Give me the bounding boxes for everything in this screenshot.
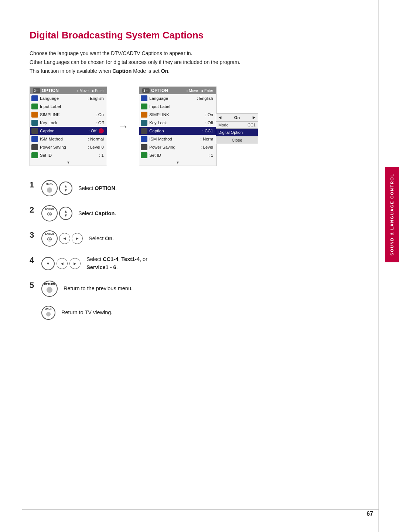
step-1-icons: MENU ▲ ▼ [41, 180, 72, 196]
popup-arrow-right: ► [252, 115, 256, 120]
bottom-line [22, 509, 379, 510]
menu-right-title: OPTION [151, 88, 168, 93]
menu-left-icon-inputlabel [31, 104, 38, 109]
step-4: 4 ▼ ◄ ► Select CC1-4, Text1-4, or Servic… [30, 255, 347, 272]
step-4-icons: ▼ ◄ ► [41, 257, 81, 270]
return-button-icon [47, 287, 52, 293]
down-arrow-button[interactable]: ▼ [41, 257, 55, 270]
menu-left-title: OPTION [42, 88, 59, 93]
step-4-keyword-service: Service1 - 6 [86, 264, 116, 270]
step-1-text: Select OPTION. [78, 184, 117, 193]
enter-button-2[interactable]: ENTER [41, 230, 58, 247]
step-1-keyword: OPTION [95, 185, 115, 191]
step-5-text: Return to the previous menu. [64, 285, 133, 293]
intro-text: Choose the language you want the DTV/CAD… [30, 49, 347, 75]
menu-left-row-keylock: Key Lock : Off [30, 119, 107, 127]
step-4-text: Select CC1-4, Text1-4, or Service1 - 6. [86, 255, 147, 272]
step-1: 1 MENU ▲ ▼ Select OPTION. [30, 180, 347, 196]
right-arrow-button[interactable]: ► [72, 233, 83, 244]
menu-left-icon-powersaving [31, 144, 38, 150]
steps-section: 1 MENU ▲ ▼ Select OPTION. 2 [30, 180, 347, 320]
menu-right-icon-ism [141, 136, 147, 142]
menu-button-2-label: MENU [45, 308, 52, 311]
nav-updown-button-2[interactable]: ▲ ▼ [59, 207, 72, 220]
nav-updown-button[interactable]: ▲ ▼ [59, 182, 72, 195]
popup-arrow-left: ◄ [218, 115, 222, 120]
nav-up-icon-2: ▲ [64, 210, 68, 213]
return-button[interactable]: RETURN [41, 281, 58, 297]
popup-header-row: ◄ On ► [216, 113, 258, 122]
step-3: 3 ENTER ◄ ► Select On. [30, 230, 347, 247]
intro-line-2: Other Languages can be chosen for digita… [30, 58, 347, 67]
menu-right: 3← OPTION ↕ Move ● Enter Language : Engl… [139, 87, 216, 166]
menu-right-icon-setid [141, 152, 147, 158]
sidebar-tab-label: Sound & Language Control [385, 167, 399, 262]
popup-mode-label: Mode [218, 123, 229, 127]
menu-right-header: 3← OPTION ↕ Move ● Enter [139, 87, 216, 94]
enter-button-label: ENTER [45, 207, 54, 210]
popup-digital-option-label: Digital Option [218, 130, 243, 135]
menu-left-icon-simplink [31, 112, 38, 118]
menu-left-row-language: Language : English [30, 94, 107, 102]
menu-button-label: MENU [46, 183, 54, 185]
enter-center-dot-2 [49, 238, 51, 240]
menu-right-icon-powersaving [141, 144, 147, 150]
menu-left-icon-ism [31, 136, 38, 142]
step-2-text: Select Caption. [78, 210, 116, 218]
step-5-number: 5 [30, 281, 35, 289]
menu-right-nav-hint: ↕ Move ● Enter [186, 89, 213, 93]
on-keyword: On [161, 68, 168, 74]
menu-left-header: 3← OPTION ↕ Move ● Enter [30, 87, 107, 94]
menu-right-row-powersaving: Power Saving : Level [139, 143, 216, 151]
menu-right-icon-language [141, 95, 147, 101]
menu-right-row-simplink: SIMPLINK : On [139, 111, 216, 119]
menu-right-row-ism: ISM Method : Norm [139, 135, 216, 143]
menu-left-row-setid: Set ID : 1 [30, 151, 107, 159]
menu-left-footer: ▼ [30, 159, 107, 166]
right-arrow-button-2[interactable]: ► [69, 258, 81, 269]
screenshots-row: 3← OPTION ↕ Move ● Enter Language : Engl… [30, 87, 347, 166]
nav-down-icon: ▼ [64, 189, 68, 192]
menu-left-row-simplink: SIMPLINK : On [30, 111, 107, 119]
menu-left-icon-caption [31, 128, 38, 134]
menu-right-row-caption: Caption : CC1 [139, 127, 216, 135]
sidebar-right: Sound & Language Control [385, 104, 399, 325]
menu-left-icon-keylock [31, 120, 38, 126]
step-3-text: Select On. [89, 235, 114, 243]
left-arrow-button-2[interactable]: ◄ [57, 258, 68, 269]
step-2: 2 ENTER ▲ ▼ Select Caption. [30, 205, 347, 221]
enter-button-dot [47, 212, 52, 216]
menu-right-container: 3← OPTION ↕ Move ● Enter Language : Engl… [139, 87, 258, 166]
step-menu-text: Return to TV viewing. [61, 309, 112, 317]
step-2-icons: ENTER ▲ ▼ [41, 205, 72, 221]
menu-left-icon-setid [31, 152, 38, 158]
enter-button[interactable]: ENTER [41, 205, 58, 221]
menu-right-icon-caption [141, 128, 147, 134]
menu-left-icon: 3← [33, 88, 40, 93]
intro-line-1: Choose the language you want the DTV/CAD… [30, 49, 347, 58]
step-3-icons: ENTER ◄ ► [41, 230, 83, 247]
menu-left-icon-language [31, 95, 38, 101]
step-3-keyword: On [105, 235, 112, 241]
menu-left-row-powersaving: Power Saving : Level 0 [30, 143, 107, 151]
menu-button-2-dot [46, 312, 51, 316]
menu-button-dot [47, 187, 52, 193]
caption-popup: ◄ On ► Mode CC1 Digital Option Close [216, 113, 258, 144]
return-button-label: RETURN [44, 283, 55, 285]
left-arrow-button[interactable]: ◄ [59, 233, 70, 244]
arrow-right-icon: → [117, 120, 129, 133]
menu-left-row-caption: Caption : Off [30, 127, 107, 135]
popup-close-label: Close [232, 138, 242, 142]
enter-button-2-label: ENTER [45, 233, 54, 235]
menu-button-2[interactable]: MENU [41, 306, 55, 320]
menu-left-row-inputlabel: Input Label [30, 102, 107, 111]
nav-up-icon: ▲ [64, 184, 68, 188]
menu-left: 3← OPTION ↕ Move ● Enter Language : Engl… [30, 87, 107, 166]
menu-button[interactable]: MENU [41, 180, 58, 196]
step-3-number: 3 [30, 231, 35, 239]
menu-right-row-setid: Set ID : 1 [139, 151, 216, 159]
step-4-keyword-text: Text1-4 [121, 256, 140, 262]
page-number: 67 [366, 511, 373, 517]
menu-right-row-keylock: Key Lock : Off [139, 119, 216, 127]
enter-button-2-dot [47, 237, 52, 241]
